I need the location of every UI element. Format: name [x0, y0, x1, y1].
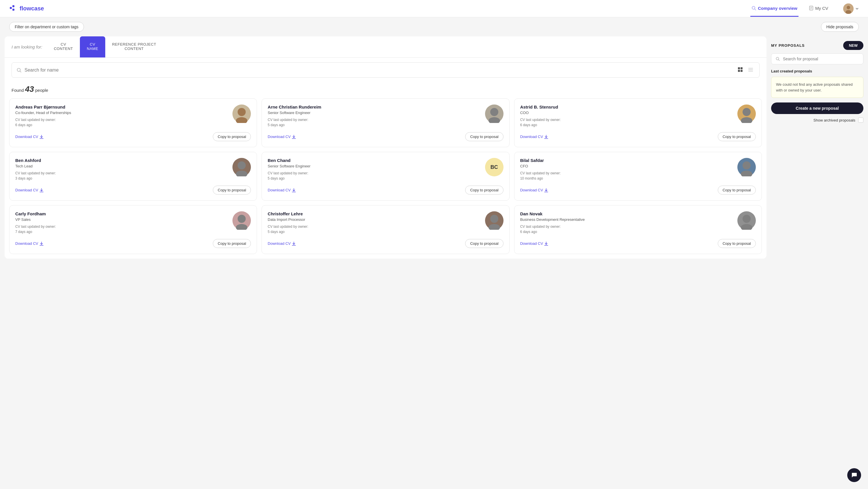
person-name: Andreas Parr Bjørnsund: [15, 105, 71, 109]
search-input[interactable]: [25, 67, 733, 73]
card-actions: Download CV Copy to proposal: [520, 132, 756, 141]
download-cv-link[interactable]: Download CV: [520, 135, 549, 139]
proposals-search-input[interactable]: [783, 57, 859, 61]
person-avatar: BC: [485, 158, 503, 176]
person-info: Astrid B. Stensrud COO CV last updated b…: [520, 105, 561, 127]
grid-icon: [737, 67, 743, 73]
person-info: Bilal Safdar CFO CV last updated by owne…: [520, 158, 561, 181]
show-archived-row: Show archived proposals: [771, 117, 863, 123]
download-cv-link[interactable]: Download CV: [520, 188, 549, 192]
tab-reference-project[interactable]: REFERENCE PROJECT CONTENT: [105, 36, 163, 57]
view-toggle: [736, 65, 755, 75]
show-archived-label: Show archived proposals: [813, 118, 855, 122]
download-cv-link[interactable]: Download CV: [15, 135, 43, 139]
person-updated: CV last updated by owner:5 days ago: [268, 171, 310, 181]
header: flowcase Company overview My CV: [0, 0, 868, 17]
download-cv-link[interactable]: Download CV: [268, 188, 296, 192]
person-updated: CV last updated by owner:6 days ago: [520, 224, 585, 234]
card-actions: Download CV Copy to proposal: [268, 185, 503, 195]
person-card[interactable]: Astrid B. Stensrud COO CV last updated b…: [514, 98, 762, 147]
svg-rect-1: [12, 5, 14, 7]
person-avatar: [232, 105, 251, 123]
person-role: COO: [520, 111, 561, 115]
grid-view-button[interactable]: [736, 65, 744, 75]
person-role: Co-founder, Head of Partnerships: [15, 111, 71, 115]
logo[interactable]: flowcase: [9, 5, 44, 13]
copy-to-proposal-button[interactable]: Copy to proposal: [718, 239, 756, 248]
chevron-down-icon: [855, 7, 859, 10]
person-role: CFO: [520, 164, 561, 168]
person-info: Ben Chand Senior Software Engineer CV la…: [268, 158, 310, 181]
copy-to-proposal-button[interactable]: Copy to proposal: [213, 239, 251, 248]
person-info: Christoffer Lehre Data Import Processor …: [268, 211, 308, 234]
person-avatar: [232, 158, 251, 176]
person-card[interactable]: Bilal Safdar CFO CV last updated by owne…: [514, 152, 762, 201]
person-info: Andreas Parr Bjørnsund Co-founder, Head …: [15, 105, 71, 127]
download-cv-link[interactable]: Download CV: [15, 188, 43, 192]
person-card[interactable]: Christoffer Lehre Data Import Processor …: [261, 205, 509, 254]
download-cv-link[interactable]: Download CV: [15, 241, 43, 246]
person-name: Ben Chand: [268, 158, 310, 163]
create-proposal-button[interactable]: Create a new proposal: [771, 103, 863, 114]
person-role: Business Development Representative: [520, 218, 585, 222]
card-actions: Download CV Copy to proposal: [268, 239, 503, 248]
person-updated: CV last updated by owner:5 days ago: [268, 224, 308, 234]
user-avatar-btn[interactable]: [843, 3, 859, 14]
show-archived-checkbox[interactable]: [858, 117, 863, 123]
card-actions: Download CV Copy to proposal: [268, 132, 503, 141]
person-name: Christoffer Lehre: [268, 211, 308, 216]
list-view-button[interactable]: [747, 65, 755, 75]
hide-proposals-button[interactable]: Hide proposals: [821, 22, 859, 32]
copy-to-proposal-button[interactable]: Copy to proposal: [465, 132, 503, 141]
copy-to-proposal-button[interactable]: Copy to proposal: [213, 132, 251, 141]
card-top: Ben Chand Senior Software Engineer CV la…: [268, 158, 503, 181]
download-icon: [39, 241, 43, 246]
copy-to-proposal-button[interactable]: Copy to proposal: [213, 185, 251, 195]
found-suffix: people: [34, 88, 48, 93]
copy-to-proposal-button[interactable]: Copy to proposal: [718, 185, 756, 195]
card-actions: Download CV Copy to proposal: [15, 132, 251, 141]
person-card[interactable]: Andreas Parr Bjørnsund Co-founder, Head …: [9, 98, 257, 147]
tab-bar: I am looking for: CV CONTENT CV NAME REF…: [5, 36, 767, 58]
download-cv-link[interactable]: Download CV: [268, 241, 296, 246]
svg-point-26: [489, 117, 500, 123]
new-proposal-button[interactable]: NEW: [843, 41, 863, 50]
svg-rect-14: [738, 67, 740, 69]
tab-cv-content[interactable]: CV CONTENT: [47, 36, 80, 57]
last-created-label: Last created proposals: [771, 69, 863, 73]
svg-line-56: [779, 60, 780, 61]
proposals-title: MY PROPOSALS: [771, 43, 805, 48]
person-info: Carly Fordham VP Sales CV last updated b…: [15, 211, 56, 234]
nav-my-cv[interactable]: My CV: [808, 1, 829, 17]
tab-cv-name[interactable]: CV NAME: [80, 36, 105, 57]
person-card[interactable]: Arne Christian Rundereim Senior Software…: [261, 98, 509, 147]
person-card[interactable]: Ben Ashford Tech Lead CV last updated by…: [9, 152, 257, 201]
topbar: Filter on department or custom tags Hide…: [0, 17, 868, 36]
found-prefix: Found: [11, 88, 25, 93]
copy-to-proposal-button[interactable]: Copy to proposal: [718, 132, 756, 141]
download-icon: [544, 135, 548, 139]
svg-point-22: [236, 117, 247, 123]
download-cv-link[interactable]: Download CV: [520, 241, 549, 246]
person-card[interactable]: Ben Chand Senior Software Engineer CV la…: [261, 152, 509, 201]
person-role: VP Sales: [15, 218, 56, 222]
svg-point-40: [741, 171, 752, 176]
person-name: Carly Fordham: [15, 211, 56, 216]
copy-to-proposal-button[interactable]: Copy to proposal: [465, 239, 503, 248]
found-number: 43: [25, 85, 34, 93]
svg-line-4: [755, 9, 756, 10]
proposals-header: MY PROPOSALS NEW: [771, 36, 863, 53]
svg-point-47: [490, 215, 498, 223]
download-cv-link[interactable]: Download CV: [268, 135, 296, 139]
svg-point-21: [238, 108, 246, 116]
nav-company-overview[interactable]: Company overview: [750, 1, 799, 17]
download-icon: [39, 188, 43, 192]
person-card[interactable]: Dan Novak Business Development Represent…: [514, 205, 762, 254]
svg-rect-18: [748, 68, 753, 69]
card-top: Dan Novak Business Development Represent…: [520, 211, 756, 234]
proposals-sidebar: MY PROPOSALS NEW Last created proposals …: [771, 36, 863, 259]
copy-to-proposal-button[interactable]: Copy to proposal: [465, 185, 503, 195]
person-updated: CV last updated by owner:7 days ago: [15, 224, 56, 234]
person-card[interactable]: Carly Fordham VP Sales CV last updated b…: [9, 205, 257, 254]
filter-button[interactable]: Filter on department or custom tags: [9, 22, 84, 32]
